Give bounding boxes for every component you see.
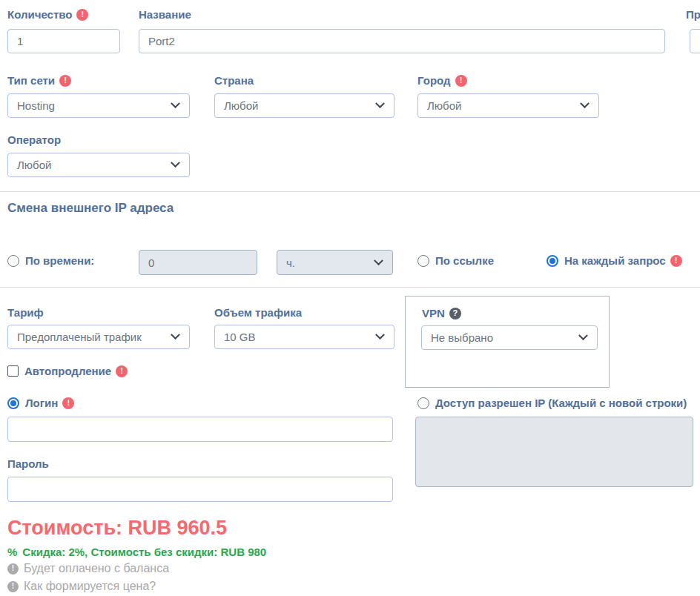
clipped-column-input[interactable]: [690, 29, 700, 53]
traffic-volume-select[interactable]: 10 GB: [214, 325, 394, 349]
country-select[interactable]: Любой: [214, 93, 394, 118]
quantity-input[interactable]: [7, 29, 120, 53]
radio-by-time[interactable]: По времени:: [7, 254, 94, 267]
vpn-label: VPN ?: [422, 307, 461, 319]
password-input[interactable]: [7, 477, 393, 502]
radio-login[interactable]: Логин !: [7, 397, 74, 409]
chevron-down-icon: [578, 331, 588, 340]
vpn-panel: VPN ? Не выбрано: [405, 296, 610, 388]
section-divider: [0, 191, 700, 192]
price-question-link[interactable]: ! Как формируется цена?: [7, 580, 156, 593]
required-icon: !: [59, 75, 71, 87]
chevron-down-icon: [171, 330, 180, 340]
required-icon: !: [670, 255, 682, 267]
name-label: Название: [139, 8, 191, 21]
tariff-select[interactable]: Предоплаченый трафик: [7, 325, 190, 349]
chevron-down-icon: [375, 330, 385, 340]
time-value-input[interactable]: [139, 250, 257, 275]
radio-circle-icon: [417, 255, 429, 267]
discount-line: % Скидка: 2%, Стоимость без скидки: RUB …: [7, 546, 266, 558]
name-input[interactable]: [139, 29, 665, 53]
tariff-label: Тариф: [7, 306, 44, 319]
total-price: Стоимость: RUB 960.5: [7, 517, 227, 540]
radio-allowed-ip[interactable]: Доступ разрешен IP (Каждый с новой строк…: [417, 397, 687, 409]
info-icon: !: [7, 581, 19, 592]
login-input[interactable]: [7, 417, 393, 442]
allowed-ip-textarea[interactable]: [415, 417, 693, 487]
percent-icon: %: [7, 546, 17, 558]
radio-circle-icon: [7, 397, 19, 409]
required-icon: !: [116, 365, 128, 377]
radio-circle-icon: [417, 397, 429, 409]
required-icon: !: [62, 397, 74, 409]
quantity-label: Количество !: [7, 8, 88, 21]
operator-select[interactable]: Любой: [7, 153, 190, 177]
chevron-down-icon: [374, 256, 383, 265]
required-icon: !: [76, 9, 88, 21]
checkbox-icon: [7, 365, 19, 377]
help-icon[interactable]: ?: [449, 308, 461, 319]
city-label: Город !: [417, 74, 467, 87]
balance-note: ! Будет оплачено с баланса: [7, 562, 169, 575]
info-icon: !: [7, 563, 19, 575]
country-label: Страна: [214, 74, 254, 87]
radio-by-link[interactable]: По ссылке: [417, 254, 494, 267]
operator-label: Оператор: [7, 133, 61, 146]
section-divider: [0, 287, 700, 288]
network-type-select[interactable]: Hosting: [7, 93, 190, 118]
vpn-select[interactable]: Не выбрано: [421, 325, 598, 350]
chevron-down-icon: [375, 99, 385, 108]
chevron-down-icon: [580, 99, 590, 108]
radio-circle-icon: [547, 255, 558, 267]
ip-change-heading: Смена внешнего IP адреса: [7, 201, 174, 216]
autorenew-checkbox[interactable]: Автопродление !: [7, 365, 128, 377]
radio-circle-icon: [7, 255, 19, 267]
chevron-down-icon: [171, 99, 180, 108]
time-unit-select[interactable]: ч.: [277, 250, 393, 275]
password-label: Пароль: [7, 457, 49, 470]
city-select[interactable]: Любой: [417, 93, 599, 118]
order-form: Количество ! Название Пр Тип сети ! Host…: [0, 0, 700, 596]
network-type-label: Тип сети !: [7, 74, 71, 87]
traffic-volume-label: Объем трафика: [214, 306, 302, 319]
clipped-column-label: Пр: [686, 8, 700, 21]
required-icon: !: [455, 75, 467, 87]
chevron-down-icon: [171, 158, 180, 168]
radio-per-request[interactable]: На каждый запрос !: [547, 254, 682, 267]
